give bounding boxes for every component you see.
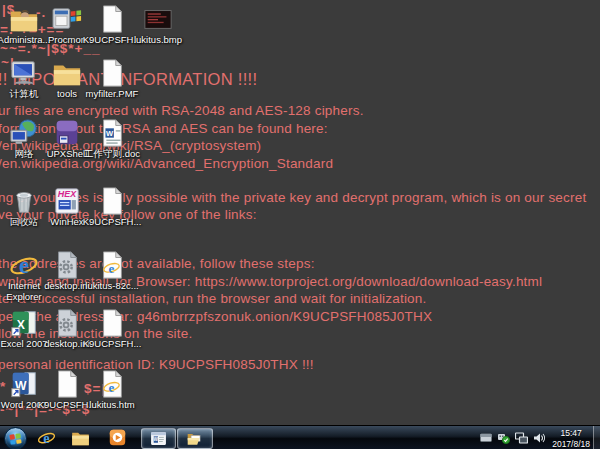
start-button[interactable] (4, 427, 27, 449)
show-desktop-button[interactable] (593, 426, 600, 449)
svg-text:W: W (106, 129, 114, 138)
network-icon (9, 118, 39, 148)
explorer-folder-icon (71, 428, 90, 447)
taskbar-open-folder-window[interactable] (177, 428, 213, 449)
svg-text:W: W (154, 437, 159, 442)
procmon-icon (52, 4, 82, 34)
desktop-icon-recycle-bin[interactable]: 回收站 (0, 186, 48, 228)
clock-date: 2017/8/18 (552, 439, 590, 449)
excel-shortcut-icon: X (9, 308, 39, 338)
taskbar-windows-explorer[interactable] (70, 428, 90, 447)
desktop-icon-lukitus-82-htm[interactable]: e lukitus-82c... (88, 250, 136, 292)
svg-text:e: e (109, 380, 115, 395)
icon-label: UPXShell (47, 149, 88, 160)
icon-label: myfilter.PMF (86, 89, 139, 100)
desktop-icon-k9ucpsfh-file[interactable]: K9UCPSFH... (43, 369, 91, 411)
word-doc-icon: W (97, 118, 127, 148)
word-window-icon: W (150, 430, 167, 447)
icon-label: 工作守则.doc (84, 149, 140, 160)
blank-file-icon (97, 58, 127, 88)
ini-file-icon (52, 308, 82, 338)
icon-label: 网络 (15, 149, 34, 160)
icon-label: K9UCPSFH... (83, 339, 142, 350)
desktop-icon-network[interactable]: 网络 (0, 118, 48, 160)
ransom-note-line: ur files are encrypted with RSA-2048 and… (0, 103, 364, 118)
icon-label: tools (57, 89, 77, 100)
icon-label: 计算机 (10, 89, 39, 100)
svg-text:HEX: HEX (58, 189, 77, 199)
computer-icon (9, 58, 39, 88)
taskbar-internet-explorer[interactable]: e (36, 428, 56, 447)
icon-label: K9UCPSFH... (83, 35, 142, 46)
ini-file-icon (52, 250, 82, 280)
volume-icon[interactable] (533, 432, 546, 444)
blank-file-icon (52, 369, 82, 399)
system-tray (480, 426, 546, 449)
desktop-icon-tools-folder[interactable]: tools (43, 58, 91, 100)
ie-icon: e (37, 428, 56, 447)
desktop-icon-k9ucpsfh-file[interactable]: K9UCPSFH... (88, 4, 136, 46)
desktop-icon-excel-2007[interactable]: X Excel 2007 (0, 308, 48, 350)
windows-logo-icon (9, 433, 21, 444)
blank-file-icon (97, 186, 127, 216)
desktop-icon-lukitus-htm[interactable]: e lukitus.htm (88, 369, 136, 411)
upxshell-icon (52, 118, 82, 148)
taskbar-open-word-document[interactable]: W (141, 428, 176, 449)
recycle-bin-icon (9, 186, 39, 216)
svg-text:e: e (109, 261, 115, 276)
desktop-icon-computer[interactable]: 计算机 (0, 58, 48, 100)
taskbar: e W 15 (0, 425, 600, 449)
clock-time: 15:47 (552, 428, 590, 439)
icon-label: Excel 2007 (0, 339, 47, 350)
word-shortcut-icon: W (9, 369, 39, 399)
desktop-icon-internet-explorer[interactable]: e Internet Explorer (0, 250, 48, 303)
ie-icon: e (9, 250, 39, 280)
desktop: { "desktop": { "background_color": "#3b3… (0, 0, 600, 449)
icon-label: K9UCPSFH... (83, 217, 142, 228)
usb-eject-icon[interactable] (497, 432, 510, 444)
htm-file-icon: e (97, 369, 127, 399)
svg-text:e: e (43, 430, 49, 446)
folder-icon (52, 58, 82, 88)
icon-label: Internet Explorer (1, 281, 47, 303)
media-player-icon (108, 428, 127, 447)
icon-label: Procmon (48, 35, 86, 46)
bmp-thumbnail-icon (143, 4, 173, 34)
desktop-icon-work-rules-doc[interactable]: W 工作守则.doc (88, 118, 136, 160)
taskbar-media-player[interactable] (107, 428, 127, 447)
desktop-icon-administrator[interactable]: Administra... (0, 4, 48, 46)
icon-label: 回收站 (10, 217, 39, 228)
desktop-icon-myfilter-pmf[interactable]: myfilter.PMF (88, 58, 136, 100)
network-tray-icon[interactable] (515, 432, 528, 444)
icon-label: lukitus.bmp (134, 35, 182, 46)
blank-file-icon (97, 4, 127, 34)
winhex-icon: HEX (52, 186, 82, 216)
icon-label: desktop.ini (44, 281, 89, 292)
desktop-icon-lukitus-bmp[interactable]: lukitus.bmp (134, 4, 182, 46)
taskbar-clock[interactable]: 15:47 2017/8/18 (552, 428, 590, 449)
icon-label: WinHex (50, 217, 83, 228)
icon-label: lukitus-82c... (85, 281, 138, 292)
icon-label: lukitus.htm (89, 400, 134, 411)
ransom-note-line: ter a successful installation, run the b… (0, 291, 426, 306)
svg-text:e: e (19, 253, 29, 278)
desktop-icon-k9ucpsfh-file[interactable]: K9UCPSFH... (88, 308, 136, 350)
desktop-icon-k9ucpsfh-file[interactable]: K9UCPSFH... (88, 186, 136, 228)
blank-file-icon (97, 308, 127, 338)
admin-folder-icon (9, 4, 39, 34)
open-folder-icon (186, 430, 204, 448)
htm-file-icon: e (97, 250, 127, 280)
keyboard-icon[interactable] (480, 432, 492, 443)
desktop-icon-desktop-ini[interactable]: desktop.ini (43, 250, 91, 292)
